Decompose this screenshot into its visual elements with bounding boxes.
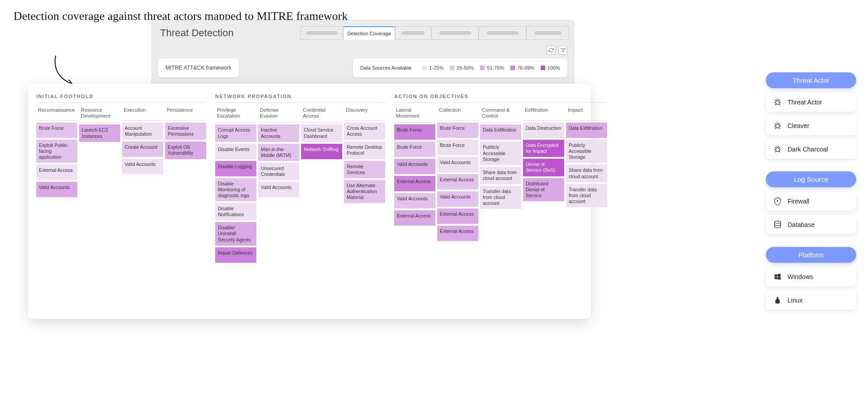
refresh-icon — [548, 47, 554, 53]
technique-cell[interactable]: Data Destruction — [523, 123, 564, 138]
technique-cell[interactable]: External Access — [394, 176, 435, 191]
technique-cell[interactable]: Corrupt Access Logs — [215, 124, 256, 142]
technique-cell[interactable]: External Access — [394, 210, 435, 226]
phase-title: ACTION ON OBJECTIVES — [394, 94, 607, 103]
mitre-matrix: INITIAL FOOTHOLDReconnaissanceBrute Forc… — [28, 84, 591, 319]
filter-button[interactable] — [558, 46, 567, 55]
filter-option[interactable]: Threat Actor — [766, 93, 856, 112]
legend-swatch — [450, 66, 454, 70]
technique-cell[interactable]: Remote Services — [344, 161, 385, 178]
technique-cell[interactable]: Remote Desktop Protocol — [344, 142, 385, 159]
tab-placeholder-2[interactable] — [395, 26, 431, 40]
tab-placeholder-1[interactable] — [300, 26, 343, 40]
legend-label: 1-25% — [429, 65, 443, 71]
tactic-column: Privilege EscalationCorrupt Access LogsD… — [215, 104, 256, 263]
technique-cell[interactable]: Network Sniffing — [301, 144, 342, 159]
technique-cell[interactable]: Data Encrypted for Impact — [523, 140, 564, 157]
filter-label: Threat Actor — [788, 99, 822, 106]
tactic-column: ExecutionAccount ManipulationCreate Acco… — [122, 104, 163, 197]
technique-cell[interactable]: Launch EC2 Instances — [79, 124, 120, 142]
filter-label: Dark Charcoal — [788, 146, 828, 153]
tactic-column: ImpactData ExfiltrationPublicly Accessib… — [566, 104, 607, 241]
technique-cell[interactable]: Publicly Accessible Storage — [566, 140, 607, 163]
technique-cell[interactable]: Cloud Service Dashboard — [301, 124, 342, 142]
technique-cell[interactable]: Brute Force — [437, 140, 478, 155]
phase-title: NETWORK PROPAGATION — [215, 94, 385, 103]
filter-option[interactable]: Firewall — [766, 192, 856, 211]
technique-cell[interactable]: Brute Force — [36, 123, 77, 138]
filter-label: Windows — [788, 273, 813, 280]
technique-cell[interactable]: Share data from cloud account — [566, 165, 607, 182]
filter-option[interactable]: Database — [766, 215, 856, 234]
technique-cell[interactable]: Data Exfiltration — [566, 123, 607, 138]
bug-icon — [773, 121, 782, 130]
windows-icon — [773, 272, 782, 281]
technique-cell[interactable]: Valid Accounts — [394, 159, 435, 174]
technique-cell[interactable]: Transfer data from cloud account — [566, 184, 607, 207]
technique-cell[interactable]: Disable Logging — [215, 161, 256, 176]
technique-cell[interactable]: Disable Notifications — [215, 203, 256, 220]
tab-placeholder-3[interactable] — [431, 26, 479, 40]
detection-panel: Threat Detection Detection Coverage MITR… — [151, 20, 574, 87]
technique-cell[interactable]: Create Account — [122, 142, 163, 157]
filter-option[interactable]: Dark Charcoal — [766, 140, 856, 159]
technique-cell[interactable]: Publicly Accessible Storage — [480, 142, 521, 165]
svg-point-3 — [774, 221, 780, 223]
technique-cell[interactable]: Brute Force — [437, 123, 478, 138]
technique-cell[interactable]: Account Manipulation — [122, 123, 163, 140]
legend-swatch — [510, 66, 515, 70]
legend-label: 26-50% — [457, 65, 474, 71]
filter-option[interactable]: Windows — [766, 267, 856, 286]
technique-cell[interactable]: Valid Accounts — [258, 182, 299, 197]
technique-cell[interactable]: Inactive Accounts — [258, 124, 299, 142]
technique-cell[interactable]: Valid Accounts — [437, 157, 478, 172]
technique-cell[interactable]: Valid Accounts — [36, 182, 77, 197]
technique-cell[interactable]: External Access — [437, 208, 478, 224]
technique-cell[interactable]: Disable Events — [215, 144, 256, 159]
tab-placeholder-4[interactable] — [479, 26, 526, 40]
technique-cell[interactable]: Valid Accounts — [394, 193, 435, 208]
framework-chip: MITRE ATT&CK framework — [158, 58, 239, 77]
legend-swatch — [422, 66, 427, 70]
legend-item: 51-75% — [480, 65, 504, 71]
technique-cell[interactable]: Denial of Service (DoS) — [523, 159, 564, 176]
technique-cell[interactable]: Valid Accounts — [122, 159, 163, 174]
technique-cell[interactable]: Data Exfiltration — [480, 124, 521, 140]
technique-cell[interactable]: External Access — [437, 174, 478, 189]
filter-sidebar: Threat ActorThreat ActorCleaverDark Char… — [766, 72, 856, 318]
legend-item: 26-50% — [450, 65, 474, 71]
technique-cell[interactable]: External Access — [437, 226, 478, 241]
technique-cell[interactable]: Cross Account Access — [344, 123, 385, 140]
technique-cell[interactable]: Excessive Permissions — [165, 123, 206, 140]
filter-option[interactable]: Linux — [766, 291, 856, 310]
technique-cell[interactable]: Brute Force — [394, 124, 435, 140]
category-header: Threat Actor — [766, 72, 856, 88]
technique-cell[interactable]: Impair Defences — [215, 247, 256, 263]
technique-cell[interactable]: Share data from cloud account — [480, 167, 521, 184]
legend-item: 76-99% — [510, 65, 534, 71]
legend-chip: Data Sources Available 1-25%26-50%51-75%… — [353, 58, 567, 77]
technique-cell[interactable]: Exploit Public-facing application — [36, 140, 77, 163]
tactic-column: Resource DevelopmentLaunch EC2 Instances — [79, 104, 120, 197]
svg-point-4 — [777, 298, 777, 298]
technique-cell[interactable]: Unsecured Credentials — [258, 163, 299, 180]
technique-cell[interactable]: Valid Accounts — [437, 191, 478, 207]
category-header: Platform — [766, 247, 856, 263]
tab-placeholder-5[interactable] — [526, 26, 569, 40]
technique-cell[interactable]: Use Alternate Authentication Material — [344, 180, 385, 203]
technique-cell[interactable]: Disable/ Uninstall Security Agents — [215, 222, 256, 245]
technique-cell[interactable]: Man-in-the-Middle (MiTM) — [258, 144, 299, 161]
refresh-button[interactable] — [547, 46, 556, 55]
column-header: Defense Evasion — [258, 104, 299, 123]
column-header: Resource Development — [79, 104, 120, 123]
phase: NETWORK PROPAGATIONPrivilege EscalationC… — [215, 94, 385, 263]
svg-point-0 — [776, 101, 779, 104]
technique-cell[interactable]: Transfer data from cloud account — [480, 186, 521, 209]
technique-cell[interactable]: External Access — [36, 165, 77, 180]
tab-detection-coverage[interactable]: Detection Coverage — [343, 26, 395, 40]
filter-option[interactable]: Cleaver — [766, 116, 856, 135]
technique-cell[interactable]: Brute Force — [394, 142, 435, 157]
technique-cell[interactable]: Distributed Denial of Service — [523, 178, 564, 201]
technique-cell[interactable]: Exploit OS Vulnerability — [165, 142, 206, 159]
technique-cell[interactable]: Disable Monitoring of diagnostic logs — [215, 178, 256, 201]
